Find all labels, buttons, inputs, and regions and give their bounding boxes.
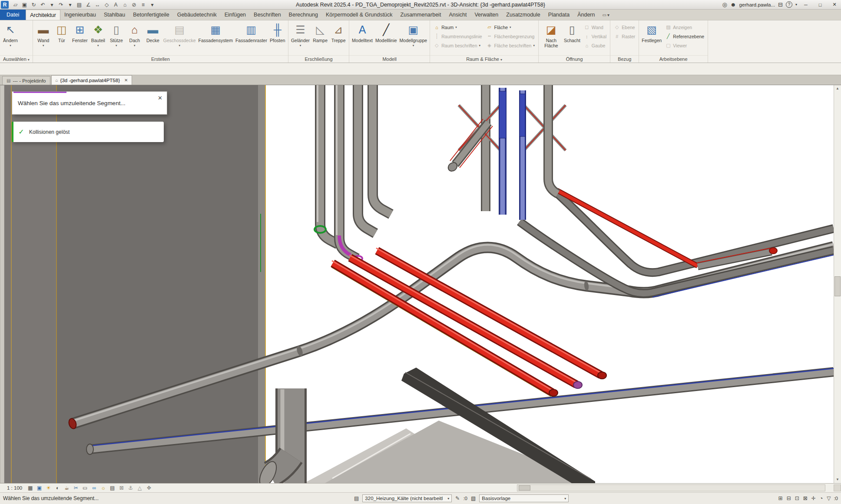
vertical-scrollbar[interactable]: ▲ ▼ bbox=[834, 85, 841, 483]
button-raum[interactable]: ⌂Raum▾ bbox=[432, 23, 483, 31]
button-modellgruppe[interactable]: ▣Modellgruppe▾ bbox=[398, 21, 429, 55]
red-pipe-end-cap[interactable] bbox=[549, 389, 558, 396]
panel-label-auswählen[interactable]: Auswählen▾ bbox=[0, 55, 33, 63]
scroll-down-arrow[interactable]: ▼ bbox=[834, 476, 841, 483]
ribbon-tab-ändern[interactable]: Ändern bbox=[573, 10, 599, 20]
select-underlay-icon[interactable]: ⊟ bbox=[786, 495, 792, 501]
ribbon-tab-berechnung[interactable]: Berechnung bbox=[285, 10, 322, 20]
button-dach[interactable]: ⌂Dach▾ bbox=[126, 21, 144, 55]
button-anzeigen[interactable]: ▨Anzeigen bbox=[664, 23, 705, 31]
button-raum-beschriften[interactable]: ◇Raum beschriften▾ bbox=[432, 41, 483, 50]
button-geschossdecke[interactable]: ▤Geschossdecke▾ bbox=[162, 21, 197, 55]
selected-pipe-segment[interactable] bbox=[499, 91, 506, 138]
riser-cluster[interactable] bbox=[447, 85, 566, 220]
undo-icon[interactable]: ↶ bbox=[38, 0, 47, 9]
vertical-scrollbar-thumb[interactable] bbox=[834, 276, 841, 296]
ribbon-tab-körpermodell-grundstück[interactable]: Körpermodell & Grundstück bbox=[322, 10, 397, 20]
section-icon[interactable]: ⊘ bbox=[129, 0, 139, 9]
button-stütze[interactable]: ▯Stütze▾ bbox=[107, 21, 126, 55]
ribbon-tab-ansicht[interactable]: Ansicht bbox=[445, 10, 470, 20]
button-referenzebene[interactable]: ╱Referenzebene bbox=[664, 32, 705, 40]
button-treppe[interactable]: ⊿Treppe bbox=[329, 21, 348, 55]
signed-in-user[interactable]: gerhard.pawla... bbox=[739, 2, 775, 7]
measure-icon[interactable]: ∠ bbox=[84, 0, 93, 9]
detail-level-icon[interactable]: ▦ bbox=[26, 485, 34, 491]
button-fassadenraster[interactable]: ▥Fassadenraster bbox=[234, 21, 268, 55]
drag-on-selection-icon[interactable]: ✛ bbox=[811, 495, 817, 501]
button-nach-fläche[interactable]: ◪Nach Fläche bbox=[540, 21, 563, 55]
tag-icon[interactable]: ◇ bbox=[102, 0, 111, 9]
button-geländer[interactable]: ☰Geländer▾ bbox=[290, 21, 311, 55]
ribbon-tab-beschriften[interactable]: Beschriften bbox=[250, 10, 285, 20]
reveal-hidden-elements-icon[interactable]: ☼ bbox=[99, 485, 107, 491]
panel-label-bezug[interactable]: Bezug bbox=[610, 55, 639, 63]
button-raster[interactable]: #Raster bbox=[613, 32, 636, 40]
design-options-icon[interactable]: ▧ bbox=[470, 495, 477, 501]
temporary-hide-isolate-icon[interactable]: ∞ bbox=[90, 485, 98, 491]
help-caret-icon[interactable]: ▾ bbox=[795, 3, 797, 7]
background-processes-icon[interactable]: ◔ bbox=[819, 495, 824, 501]
ribbon-tab-einfügen[interactable]: Einfügen bbox=[221, 10, 250, 20]
filter-icon[interactable]: ▽ bbox=[826, 495, 831, 501]
button-festlegen[interactable]: ▧Festlegen bbox=[640, 21, 663, 55]
button-fassadensystem[interactable]: ▦Fassadensystem bbox=[197, 21, 234, 55]
button-gaube[interactable]: ⌂Gaube bbox=[583, 41, 608, 50]
revit-logo[interactable]: R bbox=[1, 1, 9, 9]
thin-lines-icon[interactable]: ≡ bbox=[139, 0, 148, 9]
close-icon[interactable]: ✕ bbox=[158, 95, 162, 101]
button-fläche-beschriften[interactable]: ◈Fläche beschriften▾ bbox=[485, 41, 536, 50]
button-ebene[interactable]: ◇Ebene bbox=[613, 23, 636, 31]
temporary-view-properties-icon[interactable]: ▤ bbox=[108, 485, 116, 491]
save-icon[interactable]: ▣ bbox=[20, 0, 29, 9]
close-button[interactable]: ✕ bbox=[829, 2, 840, 7]
ribbon-tab-gebäudetechnik[interactable]: Gebäudetechnik bbox=[173, 10, 221, 20]
horizontal-scrollbar-thumb[interactable] bbox=[519, 485, 530, 491]
button-raumtrennungslinie[interactable]: ┆Raumtrennungslinie bbox=[432, 32, 483, 40]
button-fenster[interactable]: ⊞Fenster bbox=[71, 21, 89, 55]
minimize-button[interactable]: ─ bbox=[800, 2, 811, 7]
cart-icon[interactable]: ⊟ bbox=[778, 1, 783, 8]
redo-caret-icon[interactable]: ▾ bbox=[66, 0, 75, 9]
hide-analytical-model-icon[interactable]: ⊠ bbox=[117, 485, 126, 491]
button-wand[interactable]: ▬Wand▾ bbox=[34, 21, 53, 55]
ribbon-tab-zusatzmodule[interactable]: Zusatzmodule bbox=[502, 10, 544, 20]
red-pipe-end-cap[interactable] bbox=[598, 372, 606, 379]
ribbon-tab-ingenieurbau[interactable]: Ingenieurbau bbox=[60, 10, 100, 20]
button-bauteil[interactable]: ❖Bauteil▾ bbox=[89, 21, 107, 55]
button-tür[interactable]: ◫Tür bbox=[53, 21, 71, 55]
open-icon[interactable]: ▱ bbox=[11, 0, 20, 9]
button-fläche[interactable]: ▱Fläche▾ bbox=[485, 23, 536, 31]
button-decke[interactable]: ▬Decke bbox=[144, 21, 162, 55]
panel-label-öffnung[interactable]: Öffnung bbox=[539, 55, 610, 63]
selected-pipe-segment[interactable] bbox=[520, 94, 525, 136]
button-modelltext[interactable]: AModelltext bbox=[351, 21, 374, 55]
horizontal-scrollbar[interactable] bbox=[517, 484, 825, 491]
displacement-sets-icon[interactable]: ✥ bbox=[145, 485, 153, 491]
default-3d-view-icon[interactable]: ⌂ bbox=[120, 0, 129, 9]
ribbon-tab-betonfertigteile[interactable]: Betonfertigteile bbox=[129, 10, 173, 20]
button-viewer[interactable]: ▢Viewer bbox=[664, 41, 705, 50]
select-by-face-icon[interactable]: ⊠ bbox=[802, 495, 808, 501]
worksets-icon[interactable]: ▤ bbox=[353, 495, 360, 501]
ribbon-tab-verwalten[interactable]: Verwalten bbox=[470, 10, 502, 20]
panel-label-modell[interactable]: Modell bbox=[349, 55, 430, 63]
customize-qat-icon[interactable]: ▾ bbox=[148, 0, 157, 9]
design-option-dropdown[interactable]: Basisvorlage ▾ bbox=[479, 494, 569, 502]
select-pinned-icon[interactable]: ⊡ bbox=[794, 495, 800, 501]
text-icon[interactable]: A bbox=[111, 0, 120, 9]
view-tab-3d[interactable]: ⌂ {3d -gerhard.pawlat4PT58} ✕ bbox=[51, 75, 132, 85]
print-icon[interactable]: ▤ bbox=[75, 0, 84, 9]
wall-face[interactable] bbox=[4, 85, 266, 483]
button-wand[interactable]: ◻Wand bbox=[583, 23, 608, 31]
worksharing-display-icon[interactable]: △ bbox=[136, 485, 144, 491]
reveal-constraints-icon[interactable]: ⚓ bbox=[126, 485, 135, 491]
sun-path-icon[interactable]: ☀ bbox=[44, 485, 53, 491]
panel-label-erstellen[interactable]: Erstellen bbox=[33, 55, 288, 63]
panel-label-raum-fläche[interactable]: Raum & Fläche▾ bbox=[430, 55, 538, 63]
undo-caret-icon[interactable]: ▾ bbox=[47, 0, 56, 9]
red-pipe-cap[interactable] bbox=[769, 248, 777, 254]
ribbon-tab-stahlbau[interactable]: Stahlbau bbox=[100, 10, 129, 20]
maximize-button[interactable]: □ bbox=[815, 2, 826, 7]
redo-icon[interactable]: ↷ bbox=[56, 0, 66, 9]
scale-button[interactable]: 1 : 100 bbox=[3, 485, 26, 491]
